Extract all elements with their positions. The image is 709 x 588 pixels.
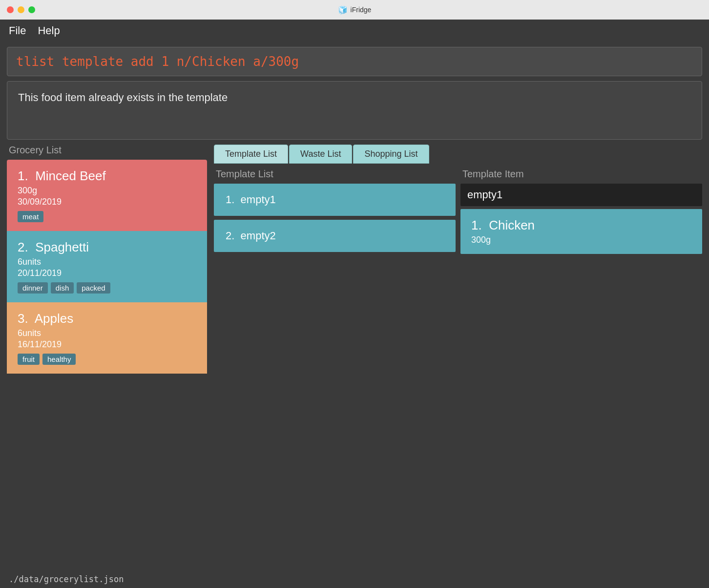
grocery-panel: Grocery List 1. Minced Beef 300g 30/09/2…: [7, 145, 207, 570]
grocery-item-2-amount: 6units: [18, 257, 196, 267]
tab-shopping-list[interactable]: Shopping List: [353, 145, 429, 164]
grocery-list: 1. Minced Beef 300g 30/09/2019 meat 2. S…: [7, 160, 207, 570]
tag-healthy: healthy: [42, 354, 76, 365]
template-list-item-2-text: 2. empty2: [226, 230, 276, 242]
grocery-item-2-tags: dinner dish packed: [18, 282, 196, 294]
tag-dinner: dinner: [18, 282, 48, 294]
output-text: This food item already exists in the tem…: [18, 91, 228, 104]
template-item-panel: Template Item empty1 1. Chicken 300g: [460, 168, 702, 570]
grocery-item-1[interactable]: 1. Minced Beef 300g 30/09/2019 meat: [7, 160, 207, 231]
status-bar: ./data/grocerylist.json: [0, 570, 709, 588]
window-controls: [7, 6, 35, 13]
command-text[interactable]: tlist template add 1 n/Chicken a/300g: [16, 54, 299, 69]
template-list-item-2[interactable]: 2. empty2: [214, 220, 456, 252]
grocery-item-3-name: 3. Apples: [18, 311, 196, 326]
grocery-item-2-date: 20/11/2019: [18, 268, 196, 278]
grocery-item-3-tags: fruit healthy: [18, 354, 196, 365]
panels-row: Template List 1. empty1 2. empty2: [214, 168, 702, 570]
tab-template-list[interactable]: Template List: [214, 145, 288, 164]
grocery-item-3[interactable]: 3. Apples 6units 16/11/2019 fruit health…: [7, 302, 207, 374]
grocery-item-3-date: 16/11/2019: [18, 339, 196, 350]
grocery-item-1-date: 30/09/2019: [18, 197, 196, 207]
template-list-label: Template List: [214, 168, 456, 180]
tag-meat: meat: [18, 211, 43, 222]
app-title: 🧊 iFridge: [338, 5, 372, 15]
title-bar: 🧊 iFridge: [0, 0, 709, 20]
menu-help[interactable]: Help: [38, 24, 60, 37]
template-item-panel-label: Template Item: [460, 168, 702, 180]
close-button[interactable]: [7, 6, 14, 13]
tag-dish: dish: [51, 282, 74, 294]
grocery-item-1-name: 1. Minced Beef: [18, 168, 196, 184]
template-list-item-1-text: 1. empty1: [226, 193, 276, 206]
grocery-item-1-amount: 300g: [18, 186, 196, 196]
tabs-row: Template List Waste List Shopping List: [214, 145, 702, 164]
template-list-content: 1. empty1 2. empty2: [214, 184, 456, 570]
menu-bar: File Help: [0, 20, 709, 42]
status-text: ./data/grocerylist.json: [9, 574, 124, 584]
right-panels: Template List Waste List Shopping List T…: [214, 145, 702, 570]
command-input-area: tlist template add 1 n/Chicken a/300g: [7, 47, 702, 76]
grocery-panel-label: Grocery List: [7, 145, 207, 156]
fridge-icon: 🧊: [338, 5, 348, 15]
grocery-item-3-amount: 6units: [18, 328, 196, 338]
tab-waste-list[interactable]: Waste List: [289, 145, 352, 164]
menu-file[interactable]: File: [9, 24, 26, 37]
tag-fruit: fruit: [18, 354, 40, 365]
main-content: Grocery List 1. Minced Beef 300g 30/09/2…: [7, 145, 702, 570]
grocery-item-1-tags: meat: [18, 211, 196, 222]
maximize-button[interactable]: [28, 6, 35, 13]
template-item-header[interactable]: empty1: [460, 184, 702, 206]
tag-packed: packed: [77, 282, 110, 294]
template-list-item-1[interactable]: 1. empty1: [214, 184, 456, 216]
template-item-content[interactable]: 1. Chicken 300g: [460, 209, 702, 254]
output-area: This food item already exists in the tem…: [7, 81, 702, 140]
grocery-item-2-name: 2. Spaghetti: [18, 240, 196, 255]
grocery-item-2[interactable]: 2. Spaghetti 6units 20/11/2019 dinner di…: [7, 231, 207, 302]
template-item-name: 1. Chicken: [471, 218, 691, 233]
template-list-panel: Template List 1. empty1 2. empty2: [214, 168, 456, 570]
template-item-amount: 300g: [471, 235, 691, 245]
minimize-button[interactable]: [18, 6, 24, 13]
